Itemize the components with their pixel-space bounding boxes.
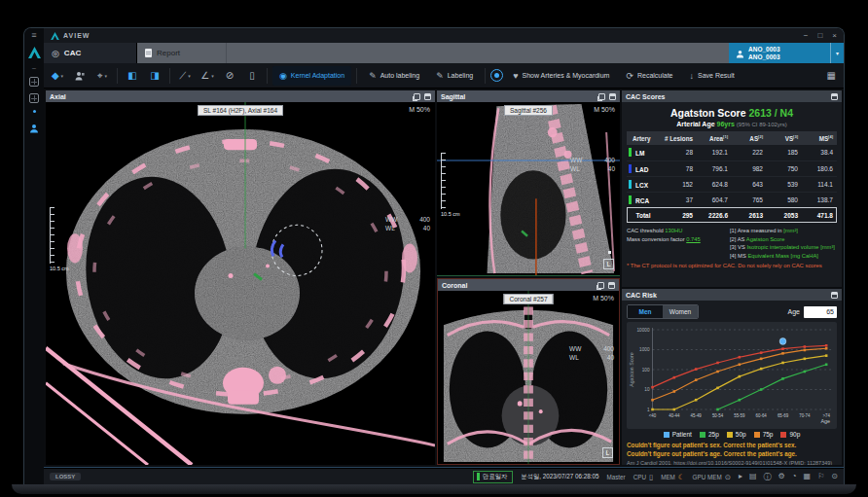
legend-item-25p: 25p: [700, 431, 719, 438]
expand-panel-icon[interactable]: [831, 292, 838, 299]
coronal-window-level[interactable]: WW400 WL40: [569, 344, 614, 362]
sidebar-divider: –: [32, 65, 36, 70]
expand-view-icon[interactable]: [609, 93, 616, 100]
age-label: Age: [788, 308, 800, 315]
mem-chip[interactable]: MEM☾: [661, 473, 684, 481]
close-button[interactable]: ×: [832, 31, 837, 41]
svg-text:1000: 1000: [639, 347, 650, 352]
expand-view-icon[interactable]: [424, 93, 431, 100]
hamburger-menu-icon[interactable]: ≡: [31, 31, 36, 40]
table-row[interactable]: RCA37604.7765580138.7: [627, 192, 837, 207]
svg-text:<40: <40: [649, 413, 657, 418]
expand-panel-icon[interactable]: [831, 93, 838, 100]
clear-measure-button[interactable]: ⊘: [220, 66, 239, 86]
patient-badge[interactable]: ANO_0003 ANO_0003 ▾: [729, 43, 844, 63]
notification-dot: [33, 110, 36, 113]
delete-tool-button[interactable]: ▯: [242, 66, 262, 86]
copy-view-icon[interactable]: [597, 282, 604, 289]
aview-logo-icon: [28, 47, 41, 58]
viewport-coronal[interactable]: Coronal: [437, 278, 620, 465]
svg-text:40-44: 40-44: [669, 413, 680, 418]
sex-toggle-men[interactable]: Men: [628, 305, 663, 318]
coronal-ct-image[interactable]: [438, 291, 619, 464]
sagittal-window-level[interactable]: WW400 WL40: [570, 156, 615, 173]
ruler-tool-button[interactable]: ⟋▾: [175, 66, 195, 86]
citation[interactable]: Am J Cardiol 2001. https://doi.org/10.10…: [627, 460, 837, 465]
layout-grid2-icon[interactable]: [29, 93, 39, 103]
auto-labeling-button[interactable]: ✎ Auto labeling: [362, 66, 426, 86]
table-total-row[interactable]: Total2952226.626132053471.8: [627, 207, 837, 223]
copy-view-icon[interactable]: [598, 93, 605, 100]
svg-text:10: 10: [644, 387, 650, 392]
sagittal-ct-image[interactable]: [437, 102, 620, 275]
sex-toggle: MenWomen: [627, 304, 699, 319]
artery-color-chip: [629, 195, 632, 204]
orientation-marker: L: [603, 259, 614, 269]
power-button-icon[interactable]: ⊙: [831, 472, 838, 482]
sagittal-magnification: M 50%: [594, 106, 615, 113]
maximize-button[interactable]: □: [817, 31, 822, 41]
patient-icon: [729, 45, 748, 62]
toolbar: ◆▾ ⌖▾ ◧ ◨ ⟋▾ ∠▾ ⊘ ▯ ◉ Kernel Adaptation: [44, 63, 844, 89]
sex-toggle-women[interactable]: Women: [663, 305, 698, 318]
axial-window-level[interactable]: WW400 WL40: [385, 215, 430, 232]
user-profile-icon[interactable]: [29, 120, 39, 137]
age-input[interactable]: [804, 306, 837, 318]
screen-layout-button[interactable]: ▦: [827, 70, 840, 81]
show-arteries-button[interactable]: ♥ Show Arteries & Myocardium: [506, 66, 616, 86]
table-row[interactable]: LCX152624.8643539114.1: [627, 176, 837, 192]
analysis-date: 분석일, 2023/07/27 06:28:05: [521, 473, 598, 481]
svg-text:50-54: 50-54: [712, 413, 724, 418]
table-header: MS[4]: [802, 131, 837, 145]
table-row[interactable]: LAD78796.1982750180.6: [627, 160, 837, 176]
labeling-button[interactable]: ✎ Labeling: [429, 66, 480, 86]
monitor-icon[interactable]: ▦: [804, 472, 812, 482]
settings-gear-icon[interactable]: ⚙: [778, 472, 785, 482]
crosshair-tool-button[interactable]: ⌖▾: [92, 66, 112, 86]
tab-report-label: Report: [157, 49, 180, 57]
cac-score-table: Artery# LesionsArea[1]AS[2]VS[3]MS[4] LM…: [627, 131, 837, 223]
cac-risk-title: CAC Risk: [626, 292, 657, 299]
cpu-chip[interactable]: CPU▯: [633, 473, 653, 481]
save-result-button[interactable]: ↓ Save Result: [683, 66, 741, 86]
user-edit-tool-button[interactable]: [70, 66, 90, 86]
copy-view-icon[interactable]: [414, 93, 420, 100]
tab-cac[interactable]: ◎ CAC: [44, 43, 137, 63]
gpu-mem-chip[interactable]: GPU MEM⊙: [693, 473, 731, 481]
cac-scores-panel: CAC Scores Agatston Score 2613 / N4 Arte…: [622, 90, 842, 287]
copy-icon[interactable]: ▤: [749, 472, 757, 482]
angle-tool-button[interactable]: ∠▾: [198, 66, 217, 86]
layout-grid-icon[interactable]: [29, 77, 39, 87]
person-icon: [75, 71, 85, 81]
table-row[interactable]: LM28192.122218538.4: [627, 145, 837, 160]
record-toggle-button[interactable]: [490, 69, 503, 82]
kernel-icon: ◉: [279, 71, 287, 81]
label-fill-button[interactable]: ◨: [145, 66, 164, 86]
viewport-sagittal[interactable]: Sagittal: [437, 90, 620, 276]
sagittal-slice-label: Sagittal #256: [504, 105, 553, 116]
clock-icon[interactable]: ◔: [792, 472, 797, 482]
device-base: [12, 484, 856, 494]
minimize-button[interactable]: −: [804, 31, 809, 41]
tab-report[interactable]: Report: [137, 43, 227, 63]
recalculate-button[interactable]: ⟳ Recalculate: [619, 66, 679, 86]
expand-view-icon[interactable]: [608, 282, 615, 289]
patient-id: ANO_0003: [748, 46, 830, 53]
risk-chart-legend: Patient25p50p75p90p: [627, 431, 837, 438]
axial-ct-image[interactable]: [46, 102, 435, 465]
app-logo-icon: [51, 32, 59, 40]
navigate-tool-button[interactable]: ◆▾: [48, 66, 67, 86]
kernel-adaptation-button[interactable]: ◉ Kernel Adaptation: [272, 66, 351, 86]
moon-icon: ☾: [678, 473, 685, 481]
svg-text:45-49: 45-49: [691, 413, 703, 418]
flag-icon[interactable]: ⚐: [817, 472, 824, 482]
sagittal-title: Sagittal: [441, 93, 465, 100]
video-icon[interactable]: ▸: [739, 472, 742, 482]
info-icon[interactable]: ⓘ: [764, 472, 772, 482]
mass-factor-link[interactable]: 0.745: [686, 236, 701, 242]
label-stamp-button[interactable]: ◧: [123, 66, 142, 86]
patient-dropdown-caret[interactable]: ▾: [830, 43, 844, 63]
svg-text:1: 1: [647, 408, 650, 412]
viewport-axial[interactable]: Axial: [46, 90, 435, 465]
viewer-content: Axial: [44, 89, 844, 468]
